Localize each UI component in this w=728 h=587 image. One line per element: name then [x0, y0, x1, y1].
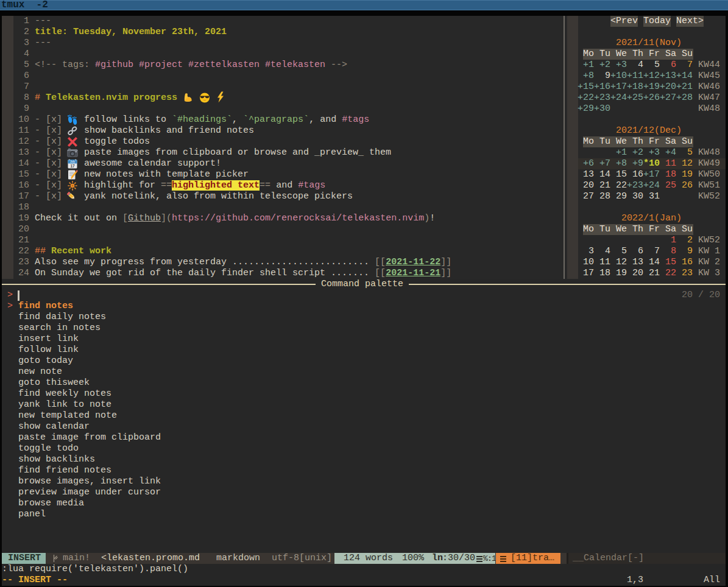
svg-text:17: 17	[70, 164, 75, 168]
svg-text:July: July	[70, 160, 76, 163]
